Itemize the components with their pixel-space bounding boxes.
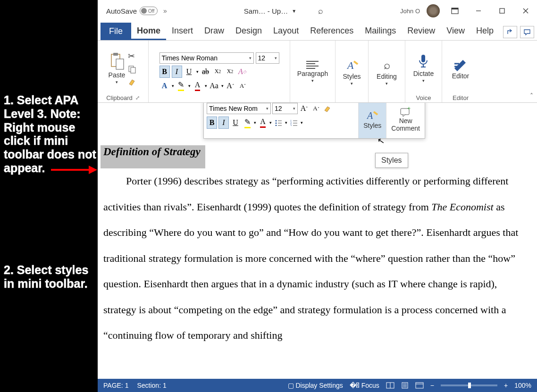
status-section[interactable]: Section: 1 xyxy=(137,382,166,389)
user-avatar[interactable] xyxy=(427,4,440,17)
italic-button[interactable]: I xyxy=(172,66,182,78)
mini-highlight-button[interactable]: ✎ xyxy=(242,117,252,129)
document-area[interactable]: Times New Rom▾ 12▾ A˄ A˅ B I U ✎▾ A▾ ▾ 1… xyxy=(98,103,537,379)
mini-bold-button[interactable]: B xyxy=(207,117,217,129)
svg-text:3: 3 xyxy=(290,124,292,126)
editor-button[interactable]: Editor xyxy=(452,57,470,80)
ribbon-display-icon[interactable] xyxy=(446,2,463,19)
tab-references[interactable]: References xyxy=(304,22,359,40)
mini-format-painter-button[interactable] xyxy=(323,103,333,115)
tab-help[interactable]: Help xyxy=(470,22,499,40)
font-name-select[interactable]: Times New Roman▾ xyxy=(159,52,254,64)
mini-bullets-button[interactable] xyxy=(273,117,284,129)
tab-review[interactable]: Review xyxy=(402,22,441,40)
comments-button[interactable] xyxy=(520,26,534,38)
svg-rect-8 xyxy=(116,59,124,69)
selected-heading[interactable]: Definition of Strategy xyxy=(101,145,205,168)
highlight-button[interactable]: ✎ xyxy=(176,80,186,92)
tab-draw[interactable]: Draw xyxy=(199,22,230,40)
zoom-slider[interactable] xyxy=(441,384,497,386)
mini-grow-font-button[interactable]: A˄ xyxy=(299,103,310,115)
subscript-button[interactable]: X2 xyxy=(213,66,223,78)
web-layout-icon[interactable] xyxy=(415,382,424,389)
grow-font-button[interactable]: A˄ xyxy=(226,80,236,92)
svg-rect-36 xyxy=(416,383,423,388)
annotation-step-2: 2. Select styles in mini toolbar. xyxy=(4,263,98,291)
mini-new-comment-button[interactable]: + New Comment xyxy=(386,103,425,138)
search-icon[interactable]: ⌕ xyxy=(318,6,323,16)
mini-styles-button[interactable]: A Styles xyxy=(358,103,386,138)
word-window: AutoSave Off » Sam… - Up… ▼ ⌕ John O xyxy=(98,0,537,392)
status-page[interactable]: PAGE: 1 xyxy=(103,382,128,389)
tab-home[interactable]: Home xyxy=(131,22,166,40)
title-dropdown-icon[interactable]: ▼ xyxy=(292,8,296,14)
read-mode-icon[interactable] xyxy=(386,382,394,389)
cut-icon[interactable]: ✂ xyxy=(128,51,137,61)
tab-file[interactable]: File xyxy=(101,23,131,40)
mini-font-color-button[interactable]: A xyxy=(258,117,268,129)
document-title: Sam… - Up… xyxy=(244,7,288,15)
font-size-select[interactable]: 12▾ xyxy=(256,52,279,64)
print-layout-icon[interactable] xyxy=(401,382,409,389)
mini-shrink-font-button[interactable]: A˅ xyxy=(311,103,321,115)
clear-format-button[interactable]: A◇ xyxy=(237,66,248,78)
maximize-button[interactable] xyxy=(494,2,511,19)
display-settings-button[interactable]: ▢ Display Settings xyxy=(288,382,343,389)
ribbon: Paste ▾ ✂ Clipboard⤢ Times New Roman▾ 12… xyxy=(98,41,537,103)
svg-text:A: A xyxy=(366,110,373,121)
strikethrough-button[interactable]: ab xyxy=(201,66,211,78)
autosave-switch[interactable]: Off xyxy=(140,7,158,15)
autosave-label: AutoSave xyxy=(106,7,137,15)
editing-button[interactable]: ⌕ Editing▾ xyxy=(377,58,397,86)
mini-font-name-select[interactable]: Times New Rom▾ xyxy=(207,103,271,114)
text-effects-button[interactable]: A xyxy=(159,80,170,92)
tab-layout[interactable]: Layout xyxy=(268,22,304,40)
mini-toolbar: Times New Rom▾ 12▾ A˄ A˅ B I U ✎▾ A▾ ▾ 1… xyxy=(203,103,425,139)
ribbon-tabs: File Home Insert Draw Design Layout Refe… xyxy=(98,22,537,41)
body-paragraph[interactable]: Porter (1996) describes strategy as “per… xyxy=(103,168,530,349)
svg-rect-1 xyxy=(452,8,458,9)
tab-mailings[interactable]: Mailings xyxy=(359,22,402,40)
svg-text:+: + xyxy=(407,107,411,112)
format-painter-icon[interactable] xyxy=(128,77,137,86)
share-button[interactable] xyxy=(503,26,517,38)
statusbar: PAGE: 1 Section: 1 ▢ Display Settings �〿… xyxy=(98,379,537,392)
tab-view[interactable]: View xyxy=(441,22,470,40)
qat-overflow[interactable]: » xyxy=(163,7,167,15)
svg-rect-10 xyxy=(131,67,135,73)
voice-group-label: Voice xyxy=(416,94,431,101)
collapse-ribbon-icon[interactable]: ˄ xyxy=(530,92,533,100)
annotation-step-1: 1. Select APA Level 3. Note: Right mouse… xyxy=(4,93,98,175)
mini-font-size-select[interactable]: 12▾ xyxy=(272,103,298,114)
bold-button[interactable]: B xyxy=(159,66,170,78)
autosave-toggle[interactable]: AutoSave Off xyxy=(106,7,158,15)
svg-point-19 xyxy=(276,125,277,126)
close-button[interactable] xyxy=(517,2,534,19)
mini-numbering-button[interactable]: 123 xyxy=(289,117,299,129)
mini-underline-button[interactable]: U xyxy=(230,117,241,129)
zoom-out-button[interactable]: − xyxy=(430,382,434,389)
paste-button[interactable]: Paste ▾ xyxy=(109,52,126,84)
focus-button[interactable]: �〿 Focus xyxy=(350,382,379,389)
zoom-level[interactable]: 100% xyxy=(514,382,531,389)
minimize-button[interactable] xyxy=(470,2,487,19)
svg-point-15 xyxy=(276,120,277,122)
clipboard-group-label: Clipboard xyxy=(106,94,133,101)
font-color-button[interactable]: A xyxy=(193,80,203,92)
tab-insert[interactable]: Insert xyxy=(166,22,199,40)
underline-button[interactable]: U xyxy=(184,66,194,78)
titlebar: AutoSave Off » Sam… - Up… ▼ ⌕ John O xyxy=(98,0,537,22)
styles-tooltip: Styles xyxy=(375,153,408,168)
mini-italic-button[interactable]: I xyxy=(218,117,229,129)
styles-button[interactable]: A Styles▾ xyxy=(343,58,361,86)
clipboard-launcher-icon[interactable]: ⤢ xyxy=(135,95,140,101)
dictate-button[interactable]: Dictate▾ xyxy=(413,54,434,83)
paragraph-button[interactable]: Paragraph▾ xyxy=(297,61,328,83)
zoom-in-button[interactable]: + xyxy=(504,382,508,389)
tab-design[interactable]: Design xyxy=(230,22,268,40)
editor-group-label: Editor xyxy=(453,94,469,101)
shrink-font-button[interactable]: A˅ xyxy=(238,80,248,92)
copy-icon[interactable] xyxy=(128,65,137,74)
superscript-button[interactable]: X2 xyxy=(225,66,235,78)
change-case-button[interactable]: Aa xyxy=(209,80,219,92)
